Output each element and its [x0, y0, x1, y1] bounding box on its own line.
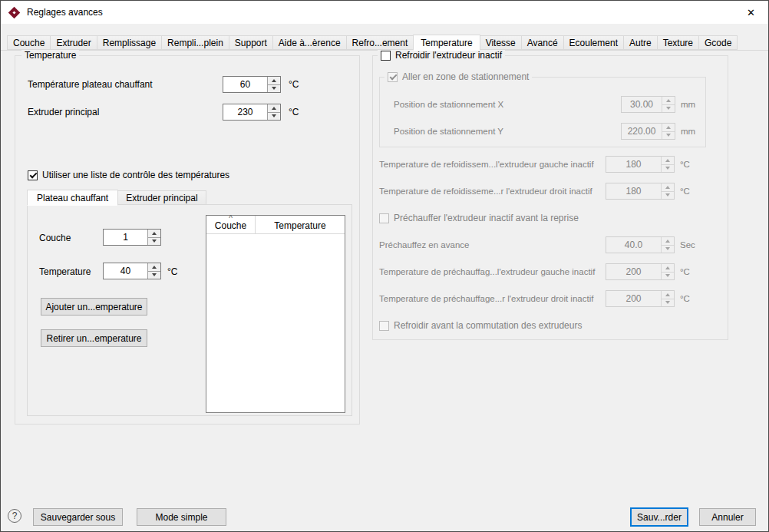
- tab-plateau-chauffant[interactable]: Plateau chauffant: [27, 190, 118, 206]
- remove-temperature-button[interactable]: Retirer un...emperature: [41, 329, 147, 347]
- spinner-up-icon: [662, 264, 674, 273]
- spinner-arrows: [267, 77, 280, 92]
- tab-autre[interactable]: Autre: [623, 35, 658, 50]
- sort-ascending-icon: ^: [229, 216, 233, 222]
- bed-temp-spinner[interactable]: 60: [223, 76, 281, 93]
- cool-inactive-extruder-label: Refroidir l'extrudeur inactif: [395, 50, 502, 61]
- spinner-arrows: [661, 183, 674, 199]
- preheat-left-unit: °C: [680, 267, 690, 276]
- list-temp-spinner[interactable]: 40: [103, 263, 161, 279]
- tab-gcode[interactable]: Gcode: [698, 35, 738, 50]
- titlebar: Reglages avances ✕: [1, 1, 768, 24]
- tab-vitesse[interactable]: Vitesse: [480, 35, 522, 50]
- cool-right-unit: °C: [680, 187, 690, 196]
- tab-label: Gcode: [705, 38, 731, 48]
- tab-avance[interactable]: Avancé: [521, 35, 564, 50]
- spinner-down-icon[interactable]: [268, 85, 280, 93]
- spinner-up-icon: [662, 124, 675, 132]
- save-button[interactable]: Sauv...rder: [630, 507, 688, 527]
- extruder-temp-value[interactable]: 230: [223, 104, 267, 120]
- layer-value[interactable]: 1: [104, 230, 147, 245]
- preheat-right-unit: °C: [680, 294, 690, 303]
- cool-inactive-extruder-checkbox[interactable]: Refroidir l'extrudeur inactif: [378, 50, 505, 61]
- list-temp-unit: °C: [167, 266, 177, 277]
- bed-temp-value[interactable]: 60: [223, 77, 267, 92]
- close-icon[interactable]: ✕: [734, 1, 768, 24]
- tab-aide-adherence[interactable]: Aide à...èrence: [272, 35, 347, 50]
- save-as-button[interactable]: Sauvegarder sous: [33, 508, 123, 526]
- table-header: ^ Couche Temperature: [206, 216, 345, 234]
- spinner-arrows: [147, 263, 160, 279]
- checkbox-box: [379, 321, 389, 331]
- preheat-advance-spinner: 40.0: [606, 236, 675, 253]
- spinner-down-icon[interactable]: [148, 272, 160, 279]
- spinner-down-icon: [662, 273, 674, 280]
- park-zone-label: Aller en zone de stationnement: [402, 71, 529, 82]
- spinner-up-icon: [662, 291, 674, 299]
- tab-refroidissement[interactable]: Refro...ement: [346, 35, 414, 50]
- tab-remplissage[interactable]: Remplissage: [97, 35, 162, 50]
- park-x-spinner: 30.00: [621, 96, 675, 113]
- spinner-arrows: [662, 124, 675, 139]
- use-temp-list-checkbox[interactable]: Utiliser une liste de contrôle des tempé…: [28, 170, 229, 180]
- spinner-down-icon: [662, 192, 674, 200]
- cool-left-value: 180: [606, 157, 661, 172]
- list-temp-value[interactable]: 40: [104, 263, 147, 279]
- spinner-arrows: [661, 264, 674, 279]
- park-zone-groupbox: Aller en zone de stationnement Position …: [379, 77, 706, 147]
- add-temperature-button[interactable]: Ajouter un...emperature: [41, 298, 147, 316]
- bed-temp-label: Température plateau chauffant: [28, 79, 153, 90]
- spinner-up-icon[interactable]: [148, 263, 160, 272]
- park-y-spinner: 220.00: [621, 123, 675, 140]
- preheat-right-spinner: 200: [606, 290, 675, 307]
- cool-left-spinner: 180: [606, 156, 675, 173]
- column-label: Temperature: [274, 220, 325, 231]
- tab-couche[interactable]: Couche: [7, 35, 51, 50]
- cool-left-label: Temperature de refoidissem...l'extrudeur…: [379, 160, 594, 169]
- extruder-temp-unit: °C: [289, 107, 299, 117]
- spinner-up-icon[interactable]: [148, 230, 160, 238]
- spinner-up-icon: [662, 237, 674, 246]
- park-x-value: 30.00: [622, 97, 662, 112]
- tab-temperature[interactable]: Temperature: [413, 35, 480, 51]
- tab-label: Remplissage: [103, 38, 156, 48]
- preheat-left-spinner: 200: [606, 263, 675, 280]
- spinner-down-icon[interactable]: [148, 238, 160, 246]
- spinner-arrows: [662, 97, 675, 112]
- app-icon: [8, 6, 21, 19]
- spinner-down-icon: [662, 165, 674, 173]
- extruder-temp-label: Extruder principal: [28, 107, 99, 117]
- tab-remplissage-plein[interactable]: Rempli...plein: [161, 35, 229, 50]
- preheat-right-label: Temperature de préchauffage...r l'extrud…: [379, 294, 593, 303]
- tab-ecoulement[interactable]: Ecoulement: [563, 35, 624, 50]
- column-header-temperature[interactable]: Temperature: [255, 216, 345, 233]
- use-temp-list-label: Utiliser une liste de contrôle des tempé…: [42, 170, 229, 180]
- temperature-groupbox: Temperature Température plateau chauffan…: [15, 55, 360, 425]
- extruder-temp-spinner[interactable]: 230: [223, 104, 281, 121]
- spinner-arrows: [661, 237, 674, 253]
- tab-label: Extruder: [56, 38, 91, 48]
- tab-label: Refro...ement: [352, 38, 408, 48]
- temperature-list-table: ^ Couche Temperature: [206, 215, 345, 413]
- tab-label: Ecoulement: [569, 38, 618, 48]
- spinner-arrows: [661, 157, 674, 172]
- spinner-up-icon[interactable]: [268, 77, 280, 85]
- temperature-group-title: Temperature: [21, 50, 79, 61]
- preheat-right-value: 200: [606, 291, 661, 306]
- tab-texture[interactable]: Texture: [657, 35, 699, 50]
- simple-mode-button[interactable]: Mode simple: [137, 508, 226, 526]
- tab-extruder-principal[interactable]: Extruder principal: [117, 190, 206, 205]
- tab-label: Rempli...plein: [167, 38, 223, 48]
- temp-list-panel: Couche 1 Temperature 40 °C Ajouter un...…: [27, 204, 352, 416]
- cancel-button[interactable]: Annuler: [699, 508, 756, 526]
- main-tabstrip: Couche Extruder Remplissage Rempli...ple…: [1, 35, 769, 51]
- help-icon[interactable]: ?: [8, 509, 21, 523]
- column-header-couche[interactable]: ^ Couche: [206, 216, 255, 233]
- tab-support[interactable]: Support: [229, 35, 273, 50]
- bed-temp-unit: °C: [289, 79, 299, 90]
- tab-extruder[interactable]: Extruder: [50, 35, 97, 50]
- spinner-up-icon[interactable]: [268, 104, 280, 113]
- layer-spinner[interactable]: 1: [103, 229, 161, 246]
- spinner-down-icon[interactable]: [268, 113, 280, 121]
- cool-left-unit: °C: [680, 160, 690, 169]
